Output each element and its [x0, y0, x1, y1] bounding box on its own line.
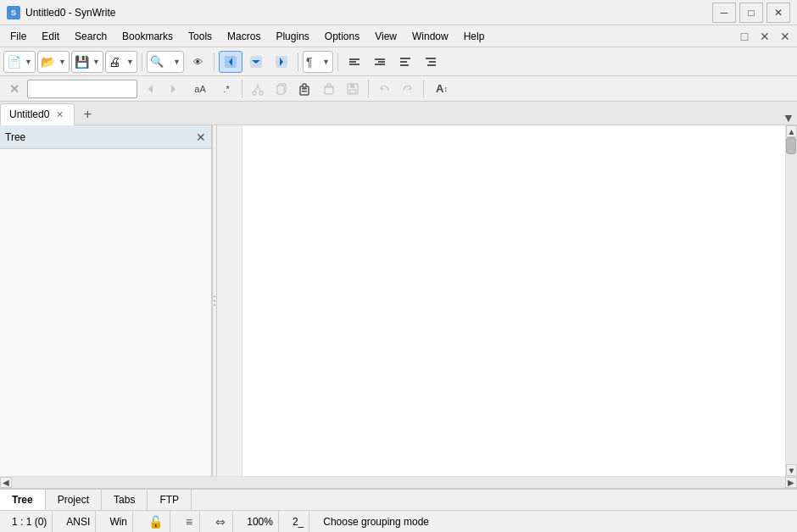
- pilcrow-icon: ¶: [306, 55, 313, 69]
- svg-rect-6: [349, 58, 359, 60]
- svg-rect-33: [327, 84, 331, 86]
- sep7: [423, 80, 424, 98]
- copy-icon: [275, 82, 288, 96]
- tb2-regex-button[interactable]: .*: [215, 79, 237, 99]
- nav-left-button[interactable]: [219, 51, 242, 73]
- side-panel-body: [0, 149, 211, 476]
- tb2-redo-button[interactable]: [397, 79, 419, 99]
- menu-help[interactable]: Help: [457, 27, 492, 46]
- minimize-button[interactable]: ─: [712, 3, 736, 23]
- svg-rect-17: [427, 64, 436, 66]
- search-input[interactable]: [27, 80, 137, 98]
- tb2-undo-button[interactable]: [373, 79, 395, 99]
- scroll-right-button[interactable]: ▶: [785, 477, 797, 488]
- maximize-button[interactable]: □: [739, 3, 763, 23]
- menu-view[interactable]: View: [368, 27, 404, 46]
- open-icon: 📂: [41, 55, 55, 69]
- tab-bar: Untitled0 ✕ + ▼: [0, 102, 797, 125]
- new-button[interactable]: 📄 ▼: [3, 51, 36, 73]
- bottom-tab-ftp-label: FTP: [159, 494, 179, 506]
- menu-bookmarks[interactable]: Bookmarks: [115, 27, 180, 46]
- app-icon: S: [7, 6, 20, 19]
- tb2-save2-button[interactable]: [342, 79, 364, 99]
- svg-rect-26: [277, 86, 284, 94]
- indent-in-button[interactable]: [343, 51, 366, 73]
- tb2-font-button[interactable]: A↕: [428, 79, 455, 99]
- status-lineending-text: Win: [109, 516, 127, 528]
- horizontal-scrollbar[interactable]: ◀ ▶: [0, 476, 797, 488]
- bottom-tab-project[interactable]: Project: [46, 490, 102, 510]
- status-group-mode[interactable]: Choose grouping mode: [318, 511, 434, 532]
- nav-down-button[interactable]: [244, 51, 268, 73]
- pilcrow-button[interactable]: ¶ ▼: [303, 51, 333, 73]
- side-panel: Tree ✕: [0, 125, 212, 476]
- print-icon: 🖨: [109, 55, 120, 69]
- menu-edit[interactable]: Edit: [35, 27, 66, 46]
- menu-window[interactable]: Window: [405, 27, 455, 46]
- tb2-case-button[interactable]: aA: [187, 79, 214, 99]
- scroll-thumb[interactable]: [786, 137, 796, 154]
- bottom-tab-ftp[interactable]: FTP: [148, 490, 192, 510]
- sep5: [242, 80, 242, 98]
- svg-line-22: [254, 86, 258, 91]
- bottom-tab-tabs[interactable]: Tabs: [102, 490, 148, 510]
- open-button[interactable]: 📂 ▼: [37, 51, 70, 73]
- tb2-prev-button[interactable]: [139, 79, 161, 99]
- status-lines[interactable]: ≡: [179, 511, 200, 532]
- tb2-paste-button[interactable]: [294, 79, 316, 99]
- menu-right: □ ✕ ✕: [736, 28, 794, 45]
- bottom-tab-tree-label: Tree: [12, 494, 33, 506]
- float-icon[interactable]: □: [736, 28, 753, 45]
- scroll-left-button[interactable]: ◀: [0, 477, 12, 488]
- align-left-button[interactable]: [393, 51, 417, 73]
- paste-icon: [298, 82, 312, 96]
- preview-button[interactable]: 👁: [186, 51, 209, 73]
- status-lock[interactable]: 🔓: [142, 511, 170, 532]
- tab-close-button[interactable]: ✕: [54, 108, 65, 121]
- tb2-delete-button[interactable]: [318, 79, 340, 99]
- status-wrap[interactable]: ⇔: [209, 511, 233, 532]
- save2-icon: [346, 82, 359, 96]
- menu-file[interactable]: File: [3, 27, 33, 46]
- close-button[interactable]: ✕: [766, 3, 790, 23]
- bottom-tab-tree[interactable]: Tree: [0, 490, 46, 510]
- side-panel-close-button[interactable]: ✕: [196, 130, 206, 144]
- scroll-up-button[interactable]: ▲: [786, 125, 797, 137]
- indent-out-button[interactable]: [368, 51, 392, 73]
- editor-content[interactable]: [242, 125, 785, 476]
- menu-macros[interactable]: Macros: [220, 27, 267, 46]
- find-button[interactable]: 🔍 ▼: [147, 51, 184, 73]
- print-button[interactable]: 🖨 ▼: [105, 51, 137, 73]
- menu-plugins[interactable]: Plugins: [269, 27, 315, 46]
- drag-dot3: [214, 304, 215, 306]
- status-group-mode-text: Choose grouping mode: [323, 516, 429, 528]
- tab-add-button[interactable]: +: [76, 103, 98, 125]
- lock-icon: 🔓: [148, 515, 163, 529]
- indent-in-icon: [348, 55, 361, 69]
- tb2-next-button[interactable]: [163, 79, 185, 99]
- svg-rect-16: [429, 61, 436, 63]
- status-zoom-text: 100%: [247, 516, 273, 528]
- align-right-button[interactable]: [419, 51, 443, 73]
- vertical-scrollbar[interactable]: ▲ ▼: [785, 125, 797, 476]
- title-bar-left: S Untitled0 - SynWrite: [7, 6, 115, 19]
- svg-point-21: [259, 91, 263, 95]
- svg-marker-19: [171, 85, 176, 93]
- menu-options[interactable]: Options: [318, 27, 366, 46]
- menu-search[interactable]: Search: [68, 27, 114, 46]
- tab-untitled0[interactable]: Untitled0 ✕: [0, 103, 75, 125]
- menu-close-doc-icon[interactable]: ✕: [756, 28, 773, 45]
- svg-rect-29: [302, 88, 307, 90]
- menu-close-all-icon[interactable]: ✕: [777, 28, 794, 45]
- tb2-cut-button[interactable]: [247, 79, 269, 99]
- scroll-down-button[interactable]: ▼: [786, 464, 797, 476]
- nav-right-button[interactable]: [270, 51, 293, 73]
- status-bar: 1 : 1 (0) ANSI Win 🔓 ≡ ⇔ 100% 2_ Choose …: [0, 510, 797, 532]
- menu-tools[interactable]: Tools: [181, 27, 219, 46]
- drag-dot1: [214, 296, 215, 297]
- pilcrow-arrow-icon: ▼: [322, 58, 330, 66]
- tab-bar-collapse-button[interactable]: ▼: [780, 111, 797, 125]
- tb2-copy-button[interactable]: [270, 79, 293, 99]
- title-bar-title: Untitled0 - SynWrite: [25, 7, 115, 19]
- save-button[interactable]: 💾 ▼: [71, 51, 103, 73]
